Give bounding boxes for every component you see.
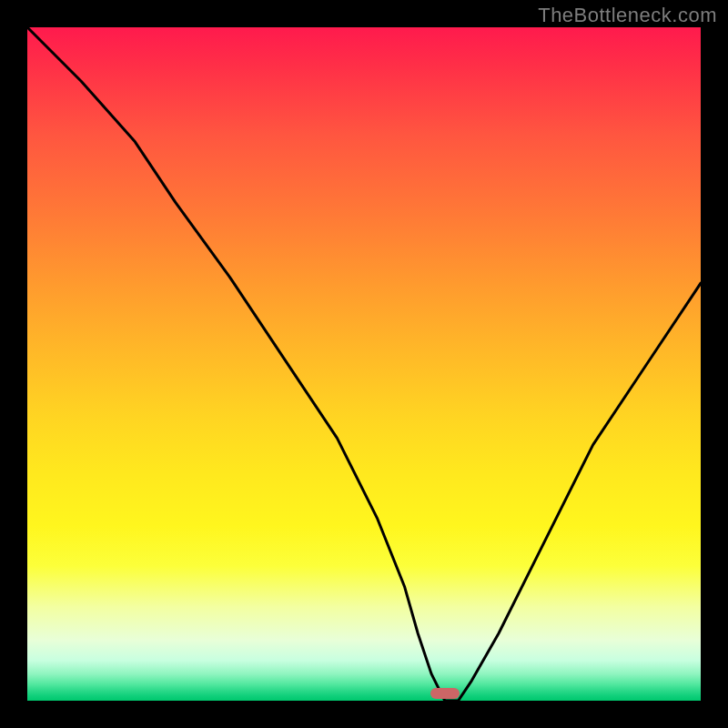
optimal-marker (430, 688, 460, 699)
chart-frame: TheBottleneck.com (0, 0, 728, 728)
watermark-text: TheBottleneck.com (538, 4, 717, 27)
plot-area (27, 27, 701, 701)
bottleneck-curve (27, 27, 701, 701)
